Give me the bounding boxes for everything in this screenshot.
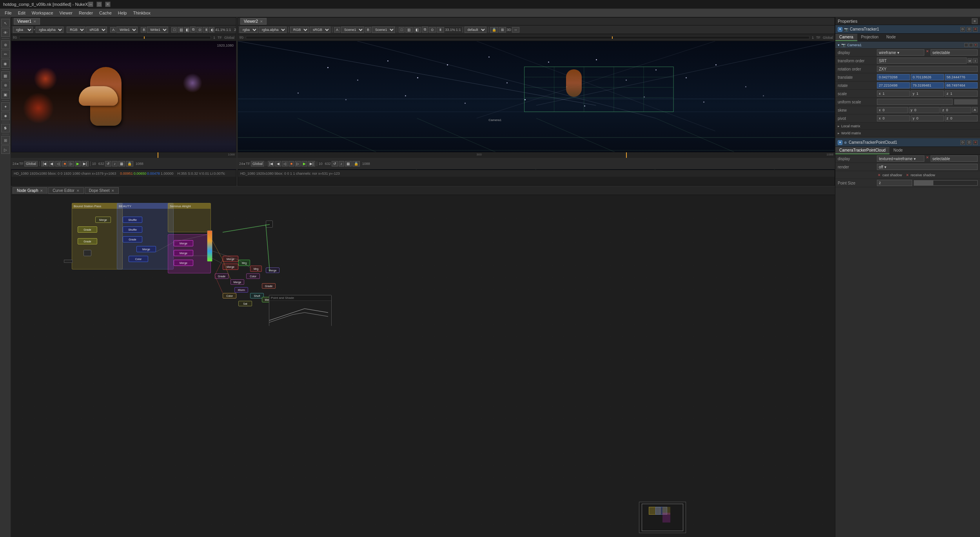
viewer2-bbox[interactable]: □ bbox=[399, 27, 405, 33]
node-grade-blue[interactable]: Grade bbox=[123, 236, 142, 242]
node-merge-red2[interactable]: Merge bbox=[223, 264, 238, 270]
node-color2[interactable]: Color bbox=[223, 293, 236, 298]
cam-tab-camera[interactable]: Camera bbox=[835, 34, 857, 41]
prop-skew-y[interactable]: y 0 bbox=[909, 107, 940, 113]
maximize-button[interactable]: □ bbox=[96, 2, 102, 7]
viewer2-lock[interactable]: 🔒 bbox=[490, 27, 498, 33]
v2-prev-key[interactable]: |◀ bbox=[268, 161, 274, 166]
viewer2-mode-a[interactable]: A bbox=[334, 27, 340, 33]
tool-select[interactable]: ↖ bbox=[1, 19, 10, 27]
viewer1-pause[interactable]: ⏸ bbox=[203, 27, 208, 33]
menu-cache[interactable]: Cache bbox=[96, 10, 115, 16]
v2-prev-frame[interactable]: ◁ bbox=[282, 161, 288, 166]
v2-lock-tl[interactable]: 🔒 bbox=[352, 161, 360, 166]
v1-stop[interactable]: ■ bbox=[62, 161, 67, 166]
tool-merge[interactable]: ⊗ bbox=[1, 81, 10, 89]
v2-global-btn[interactable]: Global bbox=[251, 161, 264, 166]
pc-close[interactable]: ✕ bbox=[973, 140, 978, 145]
prop-pc-point-size-slider[interactable] bbox=[914, 180, 978, 186]
prop-pc-display-x[interactable]: ✕ bbox=[925, 155, 930, 162]
pc-connect[interactable]: ⊡ bbox=[967, 140, 971, 145]
node-merge-mag2[interactable]: Merge bbox=[174, 250, 193, 256]
node-write-out[interactable] bbox=[266, 221, 273, 228]
cam1-close[interactable]: ✕ bbox=[974, 43, 978, 47]
cam-tracker-expand[interactable]: ▾ bbox=[838, 27, 842, 32]
prop-world-matrix[interactable]: ▸ World matrix bbox=[835, 130, 980, 137]
tool-color[interactable]: ◉ bbox=[1, 59, 10, 68]
v1-cache[interactable]: ▦ bbox=[118, 161, 125, 166]
cam-tab-projection[interactable]: Projection bbox=[857, 34, 882, 41]
viewer1-write[interactable]: Write1 bbox=[116, 27, 138, 33]
prop-rotate-x[interactable]: 27.2210498 bbox=[877, 82, 910, 89]
viewer1-close[interactable]: ✕ bbox=[33, 20, 36, 24]
v1-sound[interactable]: ♪ bbox=[112, 161, 118, 166]
menu-thinkbox[interactable]: Thinkbox bbox=[130, 10, 154, 16]
tab-node-graph[interactable]: Node Graph ✕ bbox=[13, 187, 47, 194]
node-merge-mag3[interactable]: Merge bbox=[174, 260, 193, 266]
v1-play[interactable]: ▶ bbox=[75, 161, 81, 166]
viewer2-scene1[interactable]: Scene1 bbox=[341, 27, 364, 33]
node-grade2[interactable]: Grade bbox=[78, 238, 97, 244]
prop-pc-selectable[interactable]: selectable bbox=[931, 155, 978, 162]
cam-tracker-connect[interactable]: ⊡ bbox=[967, 27, 971, 32]
prop-transform-matrix-btn[interactable]: M bbox=[967, 58, 972, 63]
menu-workspace[interactable]: Workspace bbox=[29, 10, 56, 16]
node-channelmerge[interactable] bbox=[207, 230, 212, 262]
node-grade3[interactable]: Grade bbox=[262, 283, 276, 289]
cam-tab-node[interactable]: Node bbox=[882, 34, 900, 41]
menu-render[interactable]: Render bbox=[76, 10, 96, 16]
pc-disable[interactable]: D bbox=[960, 140, 965, 145]
viewer2-expand[interactable]: ⊞ bbox=[499, 27, 506, 33]
prop-scale-x[interactable]: x 1 bbox=[877, 90, 910, 97]
prop-translate-x[interactable]: 0.04273268 bbox=[877, 74, 910, 80]
prop-translate-y[interactable]: 0.70118626 bbox=[911, 74, 944, 80]
tool-other[interactable]: ✦ bbox=[1, 102, 10, 111]
node-grade-purple[interactable]: Grade bbox=[215, 273, 229, 279]
viewer2-close[interactable]: ✕ bbox=[260, 20, 263, 24]
node-color-purple[interactable]: Color bbox=[246, 273, 260, 279]
prop-skew-anim[interactable]: A bbox=[972, 107, 978, 112]
viewer1-alpha-select[interactable]: rgba.alpha bbox=[36, 27, 64, 33]
viewer1-compare[interactable]: ⧉ bbox=[190, 27, 196, 33]
dope-sheet-close[interactable]: ✕ bbox=[111, 189, 114, 193]
v1-lock-tl[interactable]: 🔒 bbox=[126, 161, 133, 166]
minimize-button[interactable]: ─ bbox=[88, 2, 93, 7]
tool-particles[interactable]: ✸ bbox=[1, 112, 10, 120]
prop-local-matrix[interactable]: ▸ Local matrix bbox=[835, 123, 980, 130]
v2-stop[interactable]: ■ bbox=[289, 161, 294, 166]
node-merge-red3[interactable]: Mrg bbox=[250, 266, 262, 272]
viewer2-lut[interactable]: sRGB bbox=[310, 27, 330, 33]
node-saturation[interactable]: Sat bbox=[238, 301, 252, 306]
cam1-ctrl1[interactable] bbox=[964, 43, 968, 47]
viewer2-display[interactable]: default bbox=[465, 27, 486, 33]
viewer1-mode-a[interactable]: A bbox=[110, 27, 116, 33]
v1-next-key[interactable]: ▶| bbox=[82, 161, 88, 166]
cam-tracker-disable[interactable]: D bbox=[960, 27, 965, 32]
viewer2-overlay[interactable]: ▥ bbox=[405, 27, 413, 33]
prop-pivot-y[interactable]: y 0 bbox=[911, 115, 944, 121]
viewer1-write2[interactable]: Write1 bbox=[147, 27, 168, 33]
prop-display-x[interactable]: ✕ bbox=[925, 49, 930, 56]
node-shuffle1[interactable]: Shuffle bbox=[123, 217, 142, 223]
viewer1-frameslider[interactable] bbox=[19, 36, 211, 39]
node-merge-mag1[interactable]: Merge bbox=[174, 240, 193, 246]
node-shuffle2[interactable]: Shuffle bbox=[123, 226, 142, 233]
prop-uniform-scale-slider[interactable] bbox=[954, 99, 978, 105]
prop-pc-display-dropdown[interactable]: textured+wireframe ▾ bbox=[877, 155, 924, 162]
viewer2-scene2[interactable]: Scene1 bbox=[372, 27, 395, 33]
viewer2-tab[interactable]: Viewer2 ✕ bbox=[240, 18, 267, 25]
v2-loop[interactable]: ↺ bbox=[332, 161, 338, 166]
prop-uniform-scale-val[interactable] bbox=[877, 99, 953, 105]
v2-next-key[interactable]: ▶| bbox=[308, 161, 315, 166]
viewer2-alpha-select[interactable]: rgba.alpha bbox=[259, 27, 287, 33]
v2-next-frame[interactable]: ▷ bbox=[295, 161, 301, 166]
viewer1-channel-select[interactable]: rgbargbalpha bbox=[13, 27, 33, 33]
close-button[interactable]: ✕ bbox=[105, 2, 111, 7]
viewer2-channel-select[interactable]: rgba bbox=[240, 27, 258, 33]
prop-rotate-z[interactable]: 68.7497464 bbox=[945, 82, 978, 89]
pc-tab-main[interactable]: CameraTrackerPointCloud bbox=[835, 147, 889, 154]
prop-selectable[interactable]: selectable bbox=[931, 49, 978, 56]
cam-tracker-close[interactable]: ✕ bbox=[973, 27, 978, 32]
prop-transform-order-val[interactable]: SRT bbox=[877, 58, 967, 64]
prop-scale-y[interactable]: y 1 bbox=[911, 90, 944, 97]
